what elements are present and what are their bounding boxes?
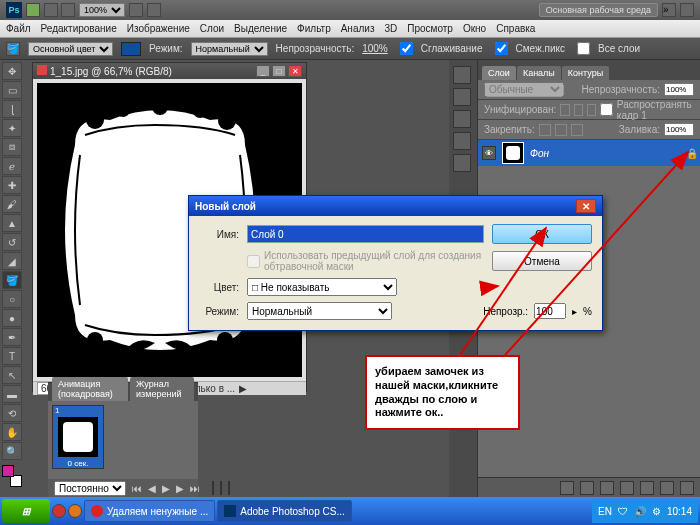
dock-icon-5[interactable] [453,154,471,172]
tray-icon-1[interactable]: 🛡 [618,506,628,517]
blend-select[interactable]: Обычные [484,82,564,97]
last-frame-button[interactable]: ⏭ [190,483,200,494]
delete-layer-button[interactable] [680,481,694,495]
blur-tool[interactable]: ○ [2,290,22,308]
dialog-close-button[interactable]: ✕ [576,199,596,213]
workspace-switcher[interactable]: Основная рабочая среда [539,3,658,17]
menu-filter[interactable]: Фильтр [297,23,331,34]
bridge-icon[interactable] [26,3,40,17]
dialog-titlebar[interactable]: Новый слой ✕ [189,196,602,216]
wand-tool[interactable]: ✦ [2,119,22,137]
3d-tool[interactable]: ⟲ [2,404,22,422]
dock-icon-4[interactable] [453,132,471,150]
new-frame-button[interactable] [220,481,222,495]
menu-window[interactable]: Окно [463,23,486,34]
lock-pixels-icon[interactable] [539,124,551,136]
tab-measurements[interactable]: Журнал измерений [130,377,194,401]
propagate-checkbox[interactable] [600,103,613,116]
hand-icon[interactable] [129,3,143,17]
animation-frame-1[interactable]: 1 0 сек. [52,405,104,469]
unify-icon-1[interactable] [560,104,569,116]
frame-delay[interactable]: 0 сек. [68,459,89,468]
menu-3d[interactable]: 3D [384,23,397,34]
pen-tool[interactable]: ✒ [2,328,22,346]
menu-image[interactable]: Изображение [127,23,190,34]
fill-source-select[interactable]: Основной цвет [28,42,113,56]
doc-minimize-button[interactable]: _ [256,65,270,77]
link-layers-button[interactable] [560,481,574,495]
visibility-icon[interactable]: 👁 [482,146,496,160]
menu-analysis[interactable]: Анализ [341,23,375,34]
view-icon[interactable] [44,3,58,17]
start-button[interactable]: ⊞ [2,499,50,523]
group-button[interactable] [640,481,654,495]
new-layer-button[interactable] [660,481,674,495]
doc-status-arrow-icon[interactable]: ▶ [239,383,247,394]
menu-select[interactable]: Выделение [234,23,287,34]
expand-icon[interactable]: » [662,3,676,17]
layer-name[interactable]: Фон [530,148,549,159]
eyedropper-tool[interactable]: ℯ [2,157,22,175]
heal-tool[interactable]: ✚ [2,176,22,194]
unify-icon-2[interactable] [574,104,583,116]
crop-tool[interactable]: ⧈ [2,138,22,156]
marquee-tool[interactable]: ▭ [2,81,22,99]
hand-tool[interactable]: ✋ [2,423,22,441]
eraser-tool[interactable]: ◢ [2,252,22,270]
color-select[interactable]: □ Не показывать [247,278,397,296]
type-tool[interactable]: T [2,347,22,365]
lock-position-icon[interactable] [555,124,567,136]
layer-thumbnail[interactable] [502,142,524,164]
opacity-arrow-icon[interactable]: ▸ [572,306,577,317]
fx-button[interactable] [580,481,594,495]
tab-animation[interactable]: Анимация (покадровая) [52,377,128,401]
doc-close-button[interactable]: ✕ [288,65,302,77]
layer-name-input[interactable] [247,225,484,243]
shape-tool[interactable]: ▬ [2,385,22,403]
first-frame-button[interactable]: ⏮ [132,483,142,494]
lasso-tool[interactable]: ɭ [2,100,22,118]
layer-opacity-field[interactable] [664,83,694,96]
menu-help[interactable]: Справка [496,23,535,34]
task-opera[interactable]: Удаляем ненужные ... [84,500,215,522]
mask-button[interactable] [600,481,614,495]
path-tool[interactable]: ↖ [2,366,22,384]
dock-icon-1[interactable] [453,66,471,84]
opacity-value[interactable]: 100% [362,43,388,54]
document-titlebar[interactable]: 1_15.jpg @ 66,7% (RGB/8) _ □ ✕ [33,63,306,79]
quick-launch-2[interactable] [68,504,82,518]
next-frame-button[interactable]: ▶ [176,483,184,494]
zoom-tool[interactable]: 🔍 [2,442,22,460]
blend-mode-select[interactable]: Нормальный [191,42,268,56]
task-photoshop[interactable]: Adobe Photoshop CS... [217,500,352,522]
contiguous-checkbox[interactable] [495,42,508,55]
zoom-icon[interactable] [147,3,161,17]
prev-frame-button[interactable]: ◀ [148,483,156,494]
doc-maximize-button[interactable]: □ [272,65,286,77]
pattern-swatch[interactable] [121,42,141,56]
menu-file[interactable]: Файл [6,23,31,34]
color-swatches[interactable] [2,465,22,487]
menu-edit[interactable]: Редактирование [41,23,117,34]
lang-indicator[interactable]: EN [598,506,612,517]
menu-layer[interactable]: Слои [200,23,224,34]
tab-layers[interactable]: Слои [482,66,516,80]
lock-all-icon[interactable] [571,124,583,136]
arrange-icon[interactable] [61,3,75,17]
window-menu-icon[interactable] [680,3,694,17]
unify-icon-3[interactable] [587,104,596,116]
cancel-button[interactable]: Отмена [492,251,592,271]
tween-button[interactable] [212,481,214,495]
bucket-tool[interactable]: 🪣 [2,271,22,289]
systray[interactable]: EN 🛡 🔊 ⚙ 10:14 [592,499,698,523]
play-button[interactable]: ▶ [162,483,170,494]
clock[interactable]: 10:14 [667,506,692,517]
quick-launch-1[interactable] [52,504,66,518]
brush-tool[interactable]: 🖌 [2,195,22,213]
zoom-select[interactable]: 100% [79,3,125,17]
dock-icon-2[interactable] [453,88,471,106]
layer-row-background[interactable]: 👁 Фон 🔒 [478,140,700,166]
dock-icon-3[interactable] [453,110,471,128]
history-brush-tool[interactable]: ↺ [2,233,22,251]
dodge-tool[interactable]: ● [2,309,22,327]
